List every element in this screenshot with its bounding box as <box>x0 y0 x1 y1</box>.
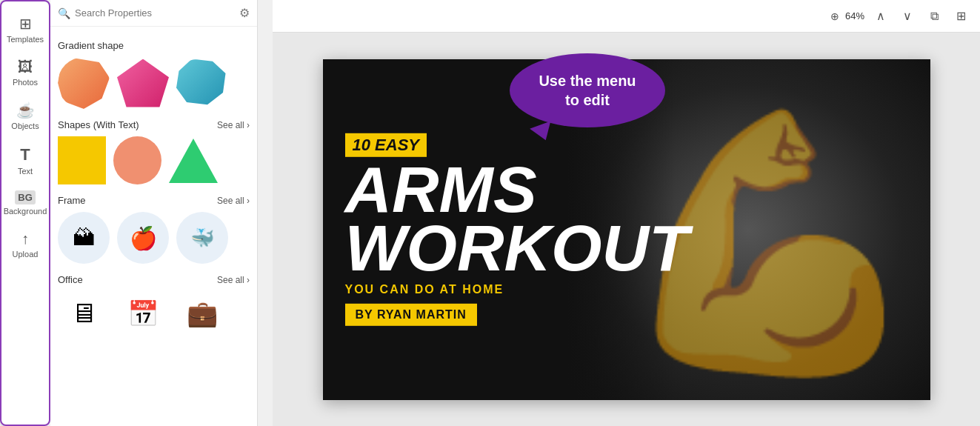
properties-panel: 🔍 ⚙ Gradient shape Shapes (With Text) Se… <box>50 0 258 426</box>
frame-shapes-row: 🏔 🍎 🐳 <box>58 212 250 264</box>
office-briefcase[interactable]: 💼 <box>176 291 228 336</box>
green-triangle-shape[interactable] <box>169 139 218 183</box>
mountains-icon: 🏔 <box>73 225 95 250</box>
frame-whale[interactable]: 🐳 <box>176 212 228 264</box>
workout-text-area: 10 EASY ARMS WORKOUT YOU CAN DO AT HOME … <box>345 133 689 325</box>
sidebar-item-upload[interactable]: ↑ Upload <box>3 224 47 264</box>
copy-button[interactable]: ⧉ <box>924 6 944 27</box>
office-see-all[interactable]: See all <box>217 275 250 285</box>
gradient-shapes-row <box>58 57 250 109</box>
move-up-button[interactable]: ∧ <box>870 6 891 27</box>
calendar-icon: 📅 <box>127 299 159 328</box>
sidebar-item-background[interactable]: BG Background <box>3 184 47 222</box>
arms-text: ARMS <box>345 159 689 218</box>
briefcase-icon: 💼 <box>187 299 218 328</box>
whale-icon: 🐳 <box>190 227 214 250</box>
zoom-icon: ⊕ <box>830 10 839 22</box>
shapes-with-text-see-all[interactable]: See all <box>217 120 250 130</box>
tooltip-text: Use the menu to edit <box>530 71 644 110</box>
author-badge: BY RYAN MARTIN <box>345 304 477 326</box>
office-shapes-row: 🖥 📅 💼 <box>58 291 250 336</box>
text-icon: T <box>20 145 30 164</box>
sidebar-item-label: Objects <box>11 122 39 130</box>
filter-icon[interactable]: ⚙ <box>239 6 250 20</box>
objects-icon: ☕ <box>16 101 35 119</box>
sidebar-item-photos[interactable]: 🖼 Photos <box>3 53 47 93</box>
yellow-square-shape[interactable] <box>58 136 106 184</box>
gradient-shape-title: Gradient shape <box>58 40 250 51</box>
sidebar-item-label: Text <box>18 167 33 176</box>
frame-see-all[interactable]: See all <box>217 196 250 206</box>
shapes-with-text-header: Shapes (With Text) See all <box>58 119 250 130</box>
background-icon: BG <box>15 190 36 204</box>
panel-content: Gradient shape Shapes (With Text) See al… <box>50 27 257 426</box>
office-calendar[interactable]: 📅 <box>117 291 169 336</box>
move-down-button[interactable]: ∨ <box>897 6 918 27</box>
frame-mountains[interactable]: 🏔 <box>58 212 110 264</box>
monitor-icon: 🖥 <box>70 298 97 329</box>
gradient-pentagon-shape[interactable] <box>117 59 169 107</box>
frame-header: Frame See all <box>58 195 250 206</box>
search-bar: 🔍 ⚙ <box>50 0 257 27</box>
sidebar-item-label: Templates <box>7 35 44 44</box>
apple-icon: 🍎 <box>130 225 157 251</box>
photos-icon: 🖼 <box>18 59 33 76</box>
sidebar-item-label: Upload <box>13 250 39 259</box>
gradient-blob-shape[interactable] <box>58 57 110 109</box>
upload-icon: ↑ <box>21 230 29 247</box>
search-icon: 🔍 <box>58 7 70 19</box>
add-button[interactable]: ⊞ <box>950 6 971 27</box>
canvas-toolbar: ⊕ 64% ∧ ∨ ⧉ ⊞ <box>273 0 980 33</box>
sidebar: ⊞ Templates 🖼 Photos ☕ Objects T Text BG… <box>0 0 50 426</box>
search-input[interactable] <box>75 7 235 19</box>
sidebar-item-objects[interactable]: ☕ Objects <box>3 96 47 136</box>
office-title: Office <box>58 274 83 285</box>
shapes-with-text-title: Shapes (With Text) <box>58 119 139 130</box>
frame-title: Frame <box>58 195 86 206</box>
office-monitor[interactable]: 🖥 <box>58 291 110 336</box>
workout-text: WORKOUT <box>345 219 689 277</box>
orange-circle-shape[interactable] <box>113 136 161 184</box>
sidebar-item-text[interactable]: T Text <box>3 139 47 182</box>
subtitle-text: YOU CAN DO AT HOME <box>345 283 689 296</box>
gradient-blob2-shape[interactable] <box>176 59 228 107</box>
templates-icon: ⊞ <box>19 15 32 33</box>
zoom-label: 64% <box>845 10 864 21</box>
canvas-content: Use the menu to edit 💪 10 EASY ARMS WORK… <box>273 33 980 426</box>
sidebar-item-label: Background <box>4 207 47 216</box>
tooltip-bubble: Use the menu to edit <box>510 53 665 127</box>
office-header: Office See all <box>58 274 250 285</box>
frame-apple[interactable]: 🍎 <box>117 212 169 264</box>
shapes-with-text-row <box>58 136 250 184</box>
sidebar-item-templates[interactable]: ⊞ Templates <box>3 9 47 50</box>
sidebar-item-label: Photos <box>13 78 38 87</box>
canvas-area: ⊕ 64% ∧ ∨ ⧉ ⊞ Use the menu to edit 💪 10 … <box>273 0 980 426</box>
